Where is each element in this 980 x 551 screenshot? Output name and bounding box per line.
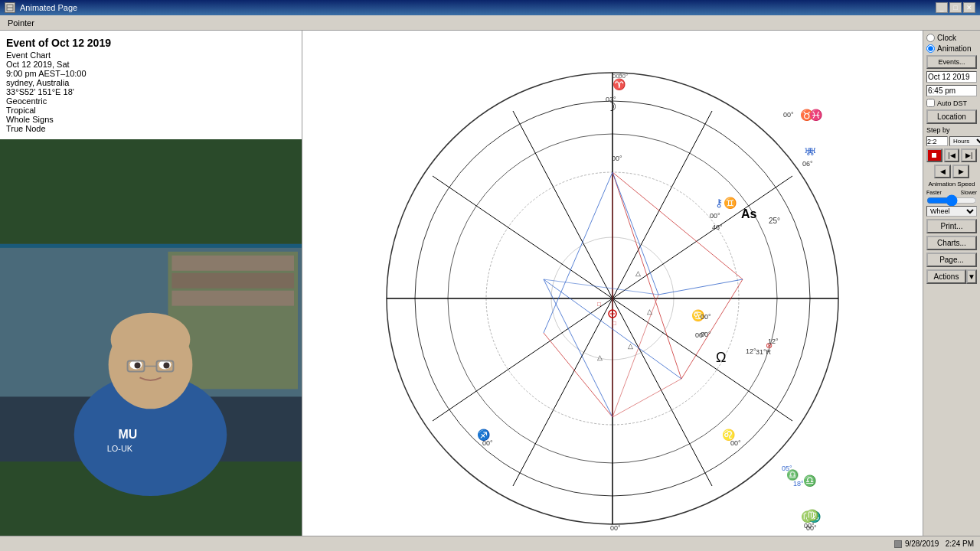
step-controls: Hours Days Months bbox=[926, 136, 977, 146]
svg-point-15 bbox=[163, 362, 169, 368]
step-back-button[interactable]: ◀ bbox=[934, 165, 951, 178]
wheel-select[interactable]: Wheel Bi-Wheel Tri-Wheel bbox=[926, 206, 977, 217]
svg-text:△: △ bbox=[647, 308, 652, 315]
print-button[interactable]: Print... bbox=[926, 219, 977, 233]
animation-speed-label: Animation Speed bbox=[926, 181, 977, 187]
titlebar-controls: _ □ ✕ bbox=[936, 2, 975, 13]
time-input[interactable] bbox=[926, 85, 977, 96]
titlebar: Animated Page _ □ ✕ bbox=[0, 0, 980, 15]
svg-text:00°: 00° bbox=[701, 313, 711, 321]
svg-text:03°: 03° bbox=[606, 96, 616, 103]
step-by-label: Step by bbox=[926, 126, 977, 134]
svg-text:MU: MU bbox=[119, 428, 138, 441]
chart-info: Event of Oct 12 2019 Event Chart Oct 12 … bbox=[0, 31, 302, 139]
chart-node: True Node bbox=[6, 124, 296, 133]
status-icon bbox=[894, 540, 902, 548]
stop-button[interactable] bbox=[926, 148, 942, 162]
close-button[interactable]: ✕ bbox=[963, 2, 975, 13]
auto-dst-row: Auto DST bbox=[926, 99, 977, 107]
statusbar-date: 9/28/2019 bbox=[905, 540, 939, 548]
svg-rect-145 bbox=[932, 153, 936, 158]
app-icon bbox=[5, 2, 15, 13]
step-forward-button[interactable]: ▶ bbox=[952, 165, 969, 178]
astrology-chart: △ □ △ □ △ △ ♈ 00° 00° ♉ 00° ♊ 00° ♋ 00° bbox=[375, 42, 850, 551]
clock-radio[interactable] bbox=[926, 34, 935, 42]
svg-text:00°: 00° bbox=[612, 155, 622, 162]
page-button[interactable]: Page... bbox=[926, 253, 977, 267]
main-layout: Event of Oct 12 2019 Event Chart Oct 12 … bbox=[0, 31, 980, 551]
svg-rect-21 bbox=[0, 244, 302, 248]
svg-text:00°: 00° bbox=[806, 524, 817, 532]
minimize-button[interactable]: _ bbox=[936, 2, 948, 13]
svg-rect-7 bbox=[172, 291, 294, 306]
svg-text:♊: ♊ bbox=[724, 197, 737, 210]
chart-zodiac: Tropical bbox=[6, 106, 296, 115]
menubar: Pointer bbox=[0, 15, 980, 31]
animation-label: Animation bbox=[937, 44, 971, 53]
svg-text:05°: 05° bbox=[782, 465, 792, 472]
svg-text:00°: 00° bbox=[710, 212, 720, 220]
animation-radio-row: Animation bbox=[926, 44, 977, 53]
svg-text:31°R: 31°R bbox=[756, 348, 772, 356]
clock-radio-row: Clock bbox=[926, 34, 977, 42]
svg-text:18°: 18° bbox=[793, 480, 804, 487]
right-panel: Clock Animation Events... Auto DST Locat… bbox=[923, 31, 980, 551]
svg-text:00°: 00° bbox=[730, 439, 741, 447]
clock-label: Clock bbox=[937, 34, 956, 42]
svg-text:△: △ bbox=[635, 269, 641, 277]
date-input[interactable] bbox=[926, 71, 977, 83]
auto-dst-checkbox[interactable] bbox=[926, 99, 935, 107]
svg-text:LO-UK: LO-UK bbox=[107, 444, 133, 453]
transport-row-2: ◀ ▶ bbox=[926, 165, 977, 178]
step-value-input[interactable] bbox=[926, 136, 948, 146]
actions-row: Actions ▼ bbox=[926, 269, 977, 284]
svg-text:00°: 00° bbox=[783, 111, 794, 119]
transport-row-1: |◀ ▶| bbox=[926, 148, 977, 162]
skip-forward-button[interactable]: ▶| bbox=[961, 148, 977, 162]
animation-speed-slider[interactable] bbox=[926, 197, 977, 204]
svg-text:Ω: Ω bbox=[716, 350, 726, 365]
chart-coords: 33°S52' 151°E 18' bbox=[6, 87, 296, 96]
animation-radio[interactable] bbox=[926, 44, 935, 53]
svg-text:00°: 00° bbox=[701, 331, 711, 338]
chart-system: Geocentric bbox=[6, 96, 296, 106]
titlebar-title: Animated Page bbox=[20, 3, 77, 12]
svg-text:00°: 00° bbox=[610, 524, 621, 532]
svg-text:♓: ♓ bbox=[809, 109, 823, 122]
chart-signs: Whole Signs bbox=[6, 115, 296, 124]
actions-button[interactable]: Actions bbox=[926, 269, 966, 284]
svg-text:00°: 00° bbox=[612, 73, 622, 80]
svg-text:♍: ♍ bbox=[805, 509, 819, 522]
webcam-feed: MU LO-UK bbox=[0, 139, 302, 551]
webcam-svg: MU LO-UK bbox=[0, 139, 302, 551]
chart-area: △ □ △ □ △ △ ♈ 00° 00° ♉ 00° ♊ 00° ♋ 00° bbox=[302, 31, 923, 551]
menu-pointer[interactable]: Pointer bbox=[3, 17, 39, 29]
svg-text:△: △ bbox=[628, 342, 633, 350]
location-button[interactable]: Location bbox=[926, 109, 977, 124]
svg-rect-6 bbox=[172, 273, 294, 289]
auto-dst-label: Auto DST bbox=[937, 99, 967, 107]
chart-time: 9:00 pm AEST–10:00 bbox=[6, 69, 296, 78]
svg-rect-5 bbox=[172, 256, 294, 271]
actions-dropdown[interactable]: ▼ bbox=[966, 269, 977, 284]
svg-text:As: As bbox=[741, 207, 757, 220]
statusbar: 9/28/2019 2:24 PM bbox=[0, 536, 980, 551]
chart-title: Event of Oct 12 2019 bbox=[6, 37, 296, 49]
events-button[interactable]: Events... bbox=[926, 55, 977, 69]
statusbar-datetime: 9/28/2019 2:24 PM bbox=[905, 540, 974, 548]
charts-button[interactable]: Charts... bbox=[926, 236, 977, 250]
statusbar-time: 2:24 PM bbox=[946, 540, 974, 548]
svg-text:00°: 00° bbox=[482, 439, 493, 447]
svg-text:♎: ♎ bbox=[803, 474, 817, 487]
svg-text:46°: 46° bbox=[712, 223, 723, 231]
step-unit-select[interactable]: Hours Days Months bbox=[949, 136, 980, 146]
svg-text:□: □ bbox=[597, 301, 601, 308]
skip-back-button[interactable]: |◀ bbox=[944, 148, 960, 162]
svg-text:□: □ bbox=[612, 320, 616, 327]
svg-point-11 bbox=[111, 313, 191, 367]
svg-point-14 bbox=[135, 362, 141, 368]
chart-date: Oct 12 2019, Sat bbox=[6, 60, 296, 69]
svg-text:12°: 12° bbox=[768, 337, 779, 345]
svg-text:⚷: ⚷ bbox=[715, 197, 723, 209]
maximize-button[interactable]: □ bbox=[949, 2, 962, 13]
